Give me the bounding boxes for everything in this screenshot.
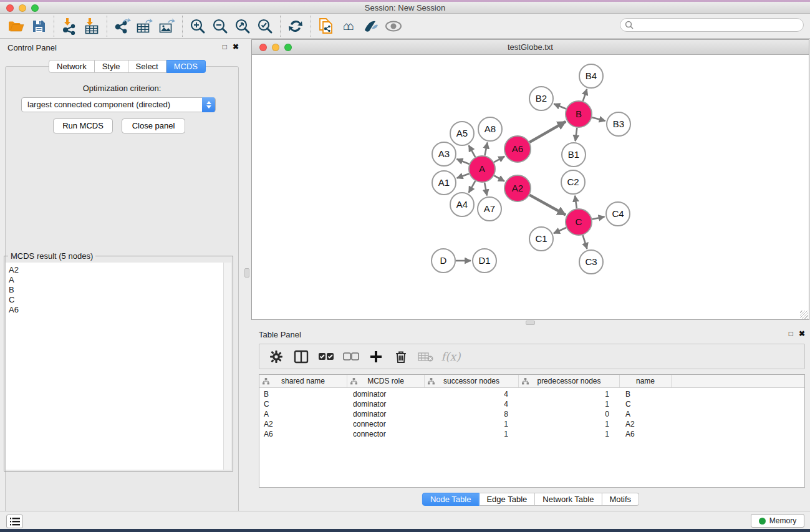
close-panel-button[interactable]: Close panel [122,118,185,133]
table-cell[interactable] [672,429,804,439]
graph-edge-A-A8[interactable] [485,143,487,156]
function-builder-icon[interactable]: f(x) [443,348,459,365]
export-network-icon[interactable] [111,16,133,36]
table-cell[interactable]: A [620,409,672,419]
tab-select[interactable]: Select [128,60,166,73]
graph-edge-A-A5[interactable] [469,145,475,157]
table-cell[interactable]: A6 [259,429,347,439]
graph-edge-B-B2[interactable] [554,104,566,109]
table-cell[interactable]: 8 [425,409,519,419]
zoom-out-icon[interactable] [209,16,231,36]
float-panel-icon[interactable]: □ [223,42,227,51]
column-header-predecessor-nodes[interactable]: predecessor nodes [519,375,620,387]
table-cell[interactable]: A [259,409,347,419]
float-table-panel-icon[interactable]: □ [789,329,793,338]
show-column-panel-icon[interactable] [293,348,309,365]
zoom-window-button[interactable] [31,4,39,12]
graph-edge-A-A2[interactable] [494,176,504,181]
zoom-in-icon[interactable] [186,16,209,36]
zoom-fit-icon[interactable] [231,16,254,36]
column-header-successor-nodes[interactable]: successor nodes [425,375,519,387]
save-session-icon[interactable] [27,16,50,36]
select-all-columns-icon[interactable] [318,348,334,365]
close-panel-icon[interactable]: ✖ [233,42,239,51]
export-image-icon[interactable] [156,16,178,36]
network-close-button[interactable] [259,44,267,51]
table-cell[interactable] [672,419,804,429]
network-window-titlebar[interactable]: testGlobe.txt [252,40,809,55]
mcds-result-list[interactable]: A2ABCA6 [6,263,223,470]
hide-annotations-icon[interactable] [360,16,382,36]
table-cell[interactable]: dominator [347,409,425,419]
result-list-scrollbar[interactable] [223,263,231,470]
table-cell[interactable]: C [259,399,347,409]
close-table-panel-icon[interactable]: ✖ [799,329,805,338]
search-field[interactable] [620,18,804,32]
table-cell[interactable]: 1 [519,399,620,409]
table-cell[interactable]: 4 [425,399,519,409]
home-icon[interactable]: ⌂⌂ [337,16,360,36]
table-cell[interactable]: dominator [347,399,425,409]
result-list-item[interactable]: B [9,285,223,295]
tab-style[interactable]: Style [95,60,128,73]
table-cell[interactable]: C [620,399,672,409]
result-list-item[interactable]: A [9,275,223,285]
table-cell[interactable] [672,399,804,409]
show-graphics-details-icon[interactable] [382,16,405,36]
tab-mcds[interactable]: MCDS [166,60,206,73]
table-cell[interactable] [672,389,804,399]
run-mcds-button[interactable]: Run MCDS [53,118,113,133]
table-cell[interactable]: connector [347,429,425,439]
tab-network[interactable]: Network [49,60,95,73]
table-cell[interactable]: B [259,389,347,399]
apply-preferred-layout-icon[interactable] [284,16,307,36]
table-cell[interactable]: 4 [425,389,519,399]
graph-edge-A-A1[interactable] [457,173,470,178]
graph-edge-C-C1[interactable] [554,228,566,233]
table-cell[interactable]: 1 [425,429,519,439]
table-cell[interactable]: A6 [620,429,672,439]
table-cell[interactable] [672,409,804,419]
create-column-icon[interactable] [368,348,384,365]
resize-grip-icon[interactable] [800,311,808,319]
network-canvas[interactable]: AA1A2A3A4A5A6A7A8BB1B2B3B4CC1C2C3C4DD1 [252,55,809,319]
graph-edge-C-C3[interactable] [583,235,587,249]
import-table-icon[interactable] [80,16,103,36]
table-settings-gear-icon[interactable] [268,348,284,365]
memory-button[interactable]: Memory [751,514,804,528]
graph-edge-A-A7[interactable] [485,183,487,196]
graph-edge-C-C2[interactable] [575,196,577,208]
table-cell[interactable]: A2 [620,419,672,429]
table-cell[interactable]: 1 [519,419,620,429]
table-cell[interactable]: A2 [259,419,347,429]
import-network-icon[interactable] [58,16,80,36]
graph-edge-B-B3[interactable] [592,117,605,120]
close-window-button[interactable] [6,4,14,12]
tab-node-table[interactable]: Node Table [422,493,480,506]
column-header-mcds-role[interactable]: MCDS role [347,375,425,387]
result-list-item[interactable]: C [9,295,223,305]
search-input[interactable] [634,21,790,29]
graph-edge-A6-B[interactable] [529,122,566,142]
graph-edge-A-A6[interactable] [494,157,504,162]
delete-table-icon[interactable] [418,348,434,365]
table-cell[interactable]: 1 [519,429,620,439]
delete-columns-trash-icon[interactable] [393,348,409,365]
graph-edge-C-C4[interactable] [592,216,605,219]
tab-network-table[interactable]: Network Table [535,493,602,506]
result-list-item[interactable]: A6 [9,305,223,315]
table-cell[interactable]: 1 [425,419,519,429]
horizontal-divider-grip[interactable] [526,321,535,325]
vertical-divider-grip[interactable] [244,268,249,278]
column-header-shared-name[interactable]: shared name [259,375,347,387]
graph-edge-A-A3[interactable] [456,159,469,164]
table-cell[interactable]: dominator [347,389,425,399]
optimization-criterion-dropdown[interactable]: largest connected component (directed) [21,97,216,112]
column-header-name[interactable]: name [620,375,672,387]
table-cell[interactable]: 1 [519,389,620,399]
tab-edge-table[interactable]: Edge Table [479,493,535,506]
tab-motifs[interactable]: Motifs [602,493,639,506]
graph-edge-A-A4[interactable] [469,181,475,193]
table-cell[interactable]: 0 [519,409,620,419]
open-session-icon[interactable] [5,16,27,36]
